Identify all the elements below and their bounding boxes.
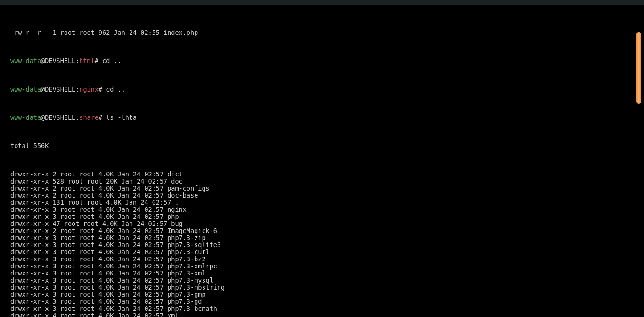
- directory-entry: drwxr-xr-x 3 root root 4.0K Jan 24 02:57…: [10, 298, 644, 305]
- directory-entry: drwxr-xr-x 3 root root 4.0K Jan 24 02:57…: [10, 256, 644, 263]
- directory-entry: drwxr-xr-x 3 root root 4.0K Jan 24 02:57…: [10, 277, 644, 284]
- prompt-path: nginx: [79, 85, 98, 93]
- prompt-line: www-data@DEVSHELL:nginx# cd ..: [10, 86, 644, 93]
- prompt-user: www-data: [10, 85, 41, 93]
- prompt-path: share: [79, 114, 98, 121]
- directory-entry: drwxr-xr-x 3 root root 4.0K Jan 24 02:57…: [10, 249, 644, 256]
- prompt-command: cd ..: [102, 57, 122, 65]
- directory-entry: drwxr-xr-x 3 root root 4.0K Jan 24 02:57…: [10, 305, 644, 312]
- directory-entry: drwxr-xr-x 3 root root 4.0K Jan 24 02:57…: [10, 206, 644, 213]
- prompt-line: www-data@DEVSHELL:share# ls -lhta: [10, 114, 644, 121]
- window-titlebar: [0, 0, 644, 5]
- prompt-hash: #: [98, 114, 106, 121]
- prompt-hash: #: [98, 85, 106, 93]
- prompt-line: www-data@DEVSHELL:html# cd ..: [10, 58, 644, 65]
- prompt-command: ls -lhta: [106, 114, 137, 121]
- prompt-host: @DEVSHELL:: [41, 114, 79, 121]
- directory-entry: drwxr-xr-x 2 root root 4.0K Jan 24 02:57…: [10, 192, 644, 199]
- total-line: total 556K: [10, 142, 644, 150]
- terminal-viewport[interactable]: -rw-r--r-- 1 root root 962 Jan 24 02:55 …: [0, 5, 644, 317]
- directory-entry: drwxr-xr-x 3 root root 4.0K Jan 24 02:57…: [10, 234, 644, 242]
- directory-entry: drwxr-xr-x 47 root root 4.0K Jan 24 02:5…: [10, 220, 644, 227]
- directory-entry: drwxr-xr-x 4 root root 4.0K Jan 24 02:57…: [10, 312, 644, 317]
- prompt-path: html: [79, 57, 95, 65]
- directory-entry: drwxr-xr-x 3 root root 4.0K Jan 24 02:57…: [10, 291, 644, 298]
- directory-entry: drwxr-xr-x 3 root root 4.0K Jan 24 02:57…: [10, 242, 644, 249]
- directory-entry: drwxr-xr-x 2 root root 4.0K Jan 24 02:57…: [10, 227, 644, 234]
- directory-entry: drwxr-xr-x 2 root root 4.0K Jan 24 02:57…: [10, 171, 644, 178]
- directory-entry: drwxr-xr-x 3 root root 4.0K Jan 24 02:57…: [10, 284, 644, 291]
- directory-entry: drwxr-xr-x 3 root root 4.0K Jan 24 02:57…: [10, 263, 644, 270]
- prompt-host: @DEVSHELL:: [41, 57, 79, 65]
- directory-listing: drwxr-xr-x 2 root root 4.0K Jan 24 02:57…: [10, 171, 644, 317]
- file-entry: -rw-r--r-- 1 root root 962 Jan 24 02:55 …: [10, 29, 644, 36]
- directory-entry: drwxr-xr-x 528 root root 20K Jan 24 02:5…: [10, 178, 644, 185]
- directory-entry: drwxr-xr-x 2 root root 4.0K Jan 24 02:57…: [10, 185, 644, 192]
- prompt-user: www-data: [10, 57, 41, 65]
- prompt-host: @DEVSHELL:: [41, 85, 79, 93]
- directory-entry: drwxr-xr-x 3 root root 4.0K Jan 24 02:57…: [10, 213, 644, 220]
- scrollbar-thumb[interactable]: [636, 32, 641, 104]
- prompt-user: www-data: [10, 114, 41, 121]
- prompt-command: cd ..: [106, 85, 125, 93]
- prompt-hash: #: [95, 57, 102, 65]
- directory-entry: drwxr-xr-x 3 root root 4.0K Jan 24 02:57…: [10, 270, 644, 277]
- directory-entry: drwxr-xr-x 131 root root 4.0K Jan 24 02:…: [10, 199, 644, 206]
